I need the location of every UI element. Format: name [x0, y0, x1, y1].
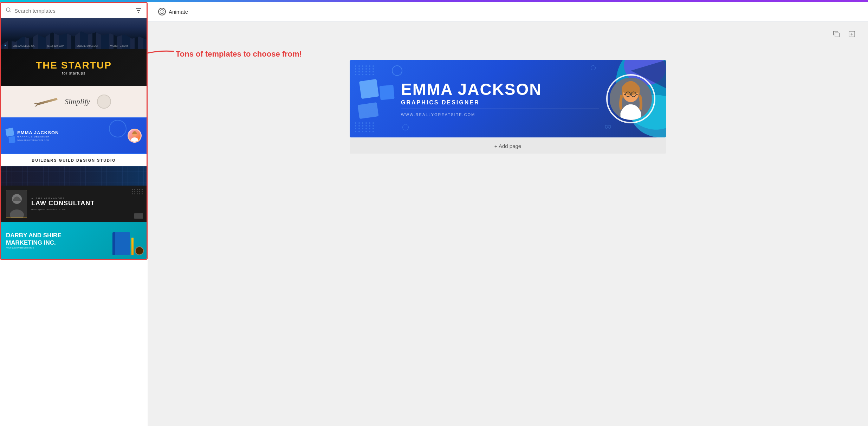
avatar-image	[610, 78, 652, 120]
template-title: BUILDERS GUILD DESIGN STUDIO	[1, 154, 147, 166]
header: Animate	[148, 2, 868, 21]
search-input[interactable]	[14, 8, 132, 14]
pencil-icon	[131, 238, 134, 255]
avatar-ring	[606, 74, 655, 123]
template-contact: HELLO@REALLYGREATSITE.COM	[31, 208, 142, 211]
circle-decor	[109, 120, 127, 137]
add-page-button[interactable]: + Add page	[494, 143, 521, 149]
svg-line-26	[636, 94, 638, 95]
svg-point-5	[131, 137, 138, 142]
canvas-top-right	[831, 28, 857, 40]
canvas-area: Tons of templates to choose from!	[148, 21, 868, 426]
template-item[interactable]: DARBY AND SHIRE MARKETING INC. Your qual…	[1, 222, 147, 259]
notebook-icon	[112, 232, 130, 255]
animate-label: Animate	[169, 9, 188, 15]
dots-decor	[132, 189, 143, 194]
svg-rect-11	[835, 33, 839, 37]
banner-url: WWW.REALLYGREATSITE.COM	[401, 112, 599, 117]
coffee-icon	[135, 246, 144, 255]
annotation: Tons of templates to choose from!	[176, 50, 302, 59]
svg-point-0	[6, 8, 10, 12]
template-item[interactable]: Simplify	[1, 86, 147, 117]
template-name: EMMA JACKSON	[17, 130, 124, 135]
template-role: GRAPHICS DESIGNER	[17, 135, 124, 138]
template-item[interactable]: ALPHA ALEXANDER LAW CONSULTANT HELLO@REA…	[1, 186, 147, 222]
avatar-thumbnail	[128, 129, 142, 143]
circle-decor	[97, 95, 111, 109]
sidebar-panel: LOS ANGELES, CA (818) 800-1887 BOBBIERAM…	[0, 2, 148, 260]
items-decor	[112, 232, 144, 255]
logo-square-2	[379, 85, 394, 100]
banner-design[interactable]: ∞	[350, 60, 666, 137]
template-title: LAW CONSULTANT	[31, 200, 142, 207]
template-text: Simplify	[65, 97, 90, 106]
template-subtitle: for startups	[62, 71, 85, 75]
template-url: WWW.REALLYGREATSITE.COM	[17, 139, 124, 141]
rect-decor	[134, 213, 143, 219]
banner-logo	[360, 80, 394, 117]
duplicate-button[interactable]	[831, 28, 842, 40]
banner-container: ∞	[350, 60, 666, 137]
banner-name: EMMA JACKSON	[401, 81, 599, 97]
template-small: ALPHA ALEXANDER	[31, 197, 142, 200]
template-info: ALPHA ALEXANDER LAW CONSULTANT HELLO@REA…	[31, 197, 142, 211]
template-title: THE STARTUP	[36, 60, 112, 71]
template-item[interactable]: LOS ANGELES, CA (818) 800-1887 BOBBIERAM…	[1, 18, 147, 49]
search-icon	[5, 7, 12, 14]
banner-role: GRAPHICS DESIGNER	[401, 99, 599, 109]
template-info: EMMA JACKSON GRAPHICS DESIGNER WWW.REALL…	[17, 130, 124, 141]
pen-icon	[37, 98, 58, 105]
main-content: Animate Tons of templates to choose from…	[148, 2, 868, 426]
svg-point-22	[622, 83, 640, 95]
animate-icon	[158, 8, 166, 15]
logo-square-3	[358, 102, 379, 119]
template-item[interactable]: THE STARTUP for startups	[1, 49, 147, 86]
add-page-bar[interactable]: + Add page	[350, 138, 666, 154]
annotation-text: Tons of templates to choose from!	[176, 50, 302, 59]
template-item[interactable]: BUILDERS GUILD DESIGN STUDIO	[1, 154, 147, 186]
animate-button[interactable]: Animate	[155, 6, 192, 18]
banner-avatar	[606, 74, 655, 123]
portrait-image	[6, 190, 27, 218]
template-item-emma-jackson[interactable]: EMMA JACKSON GRAPHICS DESIGNER WWW.REALL…	[1, 117, 147, 154]
banner-text-block: EMMA JACKSON GRAPHICS DESIGNER WWW.REALL…	[401, 81, 599, 117]
search-bar	[1, 3, 147, 18]
svg-line-25	[624, 94, 626, 95]
templates-list: LOS ANGELES, CA (818) 800-1887 BOBBIERAM…	[1, 18, 147, 259]
logo-square-1	[359, 79, 379, 99]
filter-icon[interactable]	[135, 7, 142, 14]
add-button[interactable]	[846, 28, 857, 40]
template-info: LOS ANGELES, CA (818) 800-1887 BOBBIERAM…	[5, 45, 128, 47]
logo-squares	[6, 128, 14, 143]
